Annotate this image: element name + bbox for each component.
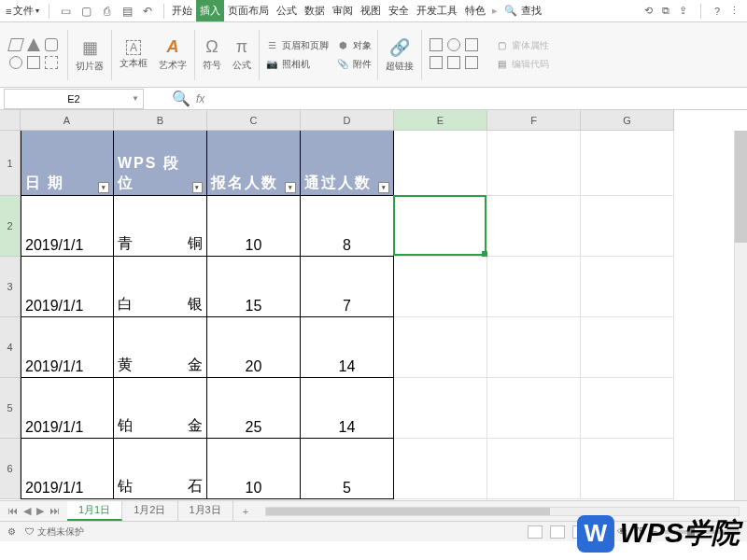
cell-B2[interactable]: 青铜 [114,196,207,257]
cell-A5[interactable]: 2019/1/1 [21,378,114,439]
cell-F3[interactable] [487,257,581,317]
sheet-nav-first-icon[interactable]: ⏮ [7,505,18,517]
camera-button[interactable]: 📷照相机 [263,57,331,72]
file-menu[interactable]: ≡文件▾ [0,4,45,18]
cell-E4[interactable] [394,317,487,378]
cell-G5[interactable] [581,378,674,439]
select-all-corner[interactable] [0,110,21,131]
fx-icon[interactable]: fx [196,92,204,105]
edit-code-button[interactable]: ▤编辑代码 [493,57,551,72]
view-mode-2[interactable] [550,525,565,539]
cell-G6[interactable] [581,439,674,499]
cell-A1[interactable]: 日 期▾ [21,131,114,196]
cell-D5[interactable]: 14 [301,378,394,439]
row-header-3[interactable]: 3 [0,257,21,317]
name-box[interactable]: E2▼ [4,89,144,109]
tab-formula[interactable]: 公式 [273,0,301,21]
cell-E1[interactable] [394,131,487,196]
tab-security[interactable]: 安全 [385,0,413,21]
help-icon[interactable]: ? [714,6,720,17]
col-header-E[interactable]: E [394,110,487,131]
cell-G4[interactable] [581,317,674,378]
hyperlink-button[interactable]: 🔗 超链接 [382,35,417,75]
col-header-A[interactable]: A [21,110,114,131]
more-icon[interactable]: ⋮ [729,5,740,17]
cell-D3[interactable]: 7 [301,257,394,317]
window-icon[interactable]: ⧉ [662,5,669,17]
cell-C5[interactable]: 25 [207,378,301,439]
cell-G3[interactable] [581,257,674,317]
row-header-4[interactable]: 4 [0,317,21,378]
new-icon[interactable]: ▭ [59,5,72,18]
col-header-D[interactable]: D [301,110,394,131]
cell-E3[interactable] [394,257,487,317]
cell-D4[interactable]: 14 [301,317,394,378]
add-sheet-button[interactable]: + [233,506,258,517]
cell-E6[interactable] [394,439,487,499]
col-header-B[interactable]: B [114,110,207,131]
sheet-tab-1[interactable]: 1月2日 [122,501,177,521]
protect-status[interactable]: 🛡 文档未保护 [25,525,84,539]
tab-special[interactable]: 特色 [461,0,489,21]
cell-F5[interactable] [487,378,581,439]
cell-E5[interactable] [394,378,487,439]
cell-C6[interactable]: 10 [207,439,301,499]
row-header-6[interactable]: 6 [0,439,21,499]
shapes-group[interactable] [6,26,63,83]
vertical-scrollbar[interactable] [734,131,747,500]
object-button[interactable]: ⬢对象 [334,38,374,53]
cell-B1[interactable]: WPS 段位▾ [114,131,207,196]
sheet-nav-last-icon[interactable]: ⏭ [49,505,60,517]
sync-icon[interactable]: ⟲ [644,5,653,17]
header-footer-button[interactable]: ☰页眉和页脚 [263,38,331,53]
tabs-overflow-icon[interactable]: ▸ [489,5,500,17]
sheet-nav-next-icon[interactable]: ▶ [36,505,44,517]
cell-C2[interactable]: 10 [207,196,301,257]
cell-G2[interactable] [581,196,674,257]
tab-review[interactable]: 审阅 [329,0,357,21]
attachment-button[interactable]: 📎附件 [334,57,374,72]
undo-icon[interactable]: ↶ [141,5,154,18]
col-header-G[interactable]: G [581,110,674,131]
filter-icon[interactable]: ▾ [98,182,109,193]
cell-F1[interactable] [487,131,581,196]
cell-C1[interactable]: 报名人数▾ [207,131,301,196]
cell-A2[interactable]: 2019/1/1 [21,196,114,257]
filter-icon[interactable]: ▾ [285,182,296,193]
cell-B3[interactable]: 白银 [114,257,207,317]
cell-C3[interactable]: 15 [207,257,301,317]
sheet-tab-2[interactable]: 1月3日 [178,501,233,521]
cell-A4[interactable]: 2019/1/1 [21,317,114,378]
col-header-C[interactable]: C [207,110,301,131]
slicer-button[interactable]: ▦ 切片器 [72,35,107,75]
formula-input[interactable] [210,90,747,108]
search-button[interactable]: 🔍 查找 [504,4,542,18]
cell-D2[interactable]: 8 [301,196,394,257]
cell-G1[interactable] [581,131,674,196]
cell-F2[interactable] [487,196,581,257]
filter-icon[interactable]: ▾ [378,182,389,193]
cell-A6[interactable]: 2019/1/1 [21,439,114,499]
tab-view[interactable]: 视图 [357,0,385,21]
settings-icon[interactable]: ⚙ [7,526,16,537]
view-mode-1[interactable] [528,525,543,539]
sheet-nav-prev-icon[interactable]: ◀ [23,505,31,517]
cell-E2[interactable] [394,196,487,257]
textbox-button[interactable]: A 文本框 [116,38,151,72]
fx-search-icon[interactable]: 🔍 [172,90,190,107]
wordart-button[interactable]: A 艺术字 [155,35,190,74]
preview-icon[interactable]: ▤ [120,5,134,18]
col-header-F[interactable]: F [487,110,581,131]
tab-insert[interactable]: 插入 [196,0,224,21]
cell-B5[interactable]: 铂金 [114,378,207,439]
row-header-5[interactable]: 5 [0,378,21,439]
filter-icon[interactable]: ▾ [192,182,203,193]
cell-B6[interactable]: 钻石 [114,439,207,499]
sheet-tab-0[interactable]: 1月1日 [67,501,122,521]
row-header-1[interactable]: 1 [0,131,21,196]
cell-F4[interactable] [487,317,581,378]
row-header-2[interactable]: 2 [0,196,21,257]
tab-data[interactable]: 数据 [301,0,329,21]
cell-D1[interactable]: 通过人数▾ [301,131,394,196]
pane-props-button[interactable]: ▢窗体属性 [493,38,551,53]
